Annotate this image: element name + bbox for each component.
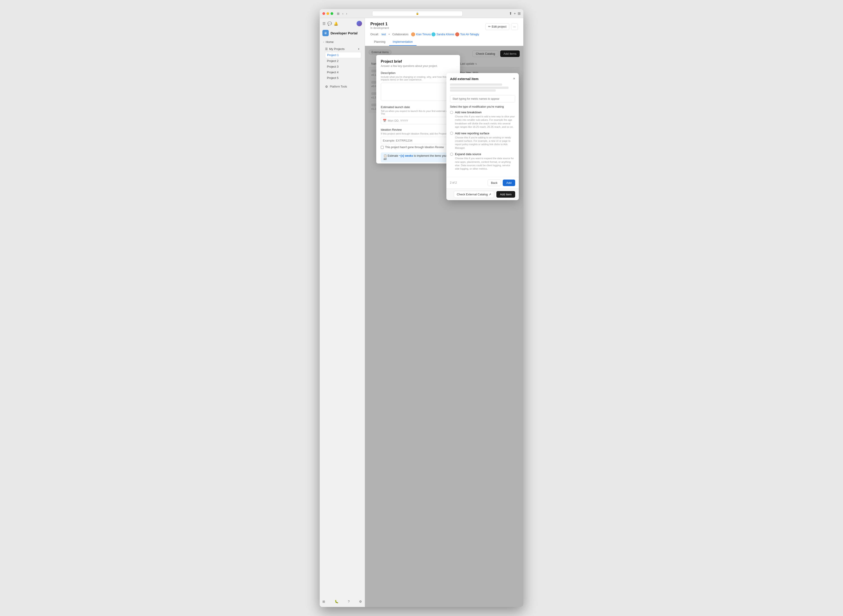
- menu-icon[interactable]: ☰: [322, 22, 326, 26]
- aem-blurred-1: [450, 84, 502, 86]
- collaborator-link-3[interactable]: Tosi Ali-Tahagty: [460, 33, 479, 36]
- chevron-down-icon: ▾: [358, 48, 359, 50]
- ideation-checkbox-label: This project hasn't gone through Ideatio…: [385, 146, 444, 149]
- close-window-button[interactable]: [322, 12, 325, 15]
- new-tab-button[interactable]: +: [514, 11, 516, 16]
- sidebar-item-project2[interactable]: Project 2: [325, 58, 361, 64]
- project-tabs: Planning Implementation: [370, 38, 518, 46]
- sidebar-item-project4[interactable]: Project 4: [325, 69, 361, 75]
- sidebar-section-projects: ☰ My Projects ▾ Project 1 Project 2 Proj…: [322, 45, 363, 82]
- radio-surface-header: Add new reporting surface: [450, 132, 515, 135]
- maximize-window-button[interactable]: [330, 12, 333, 15]
- aem-add-button[interactable]: Add: [503, 180, 515, 186]
- ideation-label: Ideation Review: [381, 128, 455, 131]
- sidebar-toggle[interactable]: ⊞: [337, 12, 339, 15]
- add-external-modal: Add external item × Select the type of m…: [446, 73, 519, 200]
- check-external-label: Check External Catalog: [457, 193, 488, 196]
- url-bar[interactable]: 🔒: [372, 11, 463, 16]
- aem-search-input[interactable]: [450, 95, 515, 103]
- tab-planning[interactable]: Planning: [370, 38, 389, 46]
- project-title-row: Project 1 In development ✏ Edit project …: [370, 22, 518, 31]
- sidebar-item-project1[interactable]: Project 1: [325, 52, 361, 58]
- aem-header: Add external item ×: [446, 73, 519, 84]
- edit-project-button[interactable]: ✏ Edit project: [485, 23, 509, 30]
- project-title: Project 1: [370, 22, 389, 26]
- sidebar-item-project5[interactable]: Project 5: [325, 75, 361, 81]
- project-header: Project 1 In development ✏ Edit project …: [365, 18, 523, 46]
- collaborator-avatar-2: [432, 32, 436, 37]
- project-brief-title: Project brief: [381, 59, 455, 63]
- chat-icon[interactable]: 💬: [328, 22, 332, 26]
- aem-title: Add external item: [450, 77, 479, 81]
- grid-button[interactable]: ⊞: [518, 11, 521, 16]
- option-expand-data-source: Expand data source Choose this if you wa…: [450, 153, 515, 171]
- aem-back-button[interactable]: Back: [488, 180, 501, 186]
- collaborator-link-1[interactable]: Kian Timura: [416, 33, 430, 36]
- collaborator-link-2[interactable]: Sandra Kilores: [436, 33, 454, 36]
- collaborators-label: Collaborators: [392, 33, 408, 36]
- modal-footer: Check External Catalog ↗ Add item: [446, 188, 519, 200]
- ideation-checkbox[interactable]: [381, 146, 384, 149]
- project-title-block: Project 1 In development: [370, 22, 389, 31]
- option-add-breakdown: Add new breakdown Choose this if you wan…: [450, 111, 515, 129]
- settings-icon[interactable]: ⚙: [359, 600, 362, 603]
- tab-implementation[interactable]: Implementation: [389, 38, 417, 46]
- aem-footer: 2 of 2 Back Add: [446, 177, 519, 188]
- sidebar-item-platform-tools[interactable]: ⚙ Platform Tools: [322, 84, 363, 90]
- project-brief-subtitle: Answer a few key questions about your pr…: [381, 65, 455, 67]
- radio-breakdown[interactable]: [450, 111, 453, 114]
- more-options-button[interactable]: ···: [511, 23, 518, 30]
- date-input[interactable]: 📅 Mon DD, YYYY: [381, 117, 455, 125]
- radio-surface[interactable]: [450, 132, 453, 135]
- project2-label: Project 2: [327, 59, 338, 63]
- radio-surface-desc: Choose this if you're adding to an exist…: [450, 136, 515, 150]
- calendar-icon: 📅: [383, 119, 386, 122]
- page-indicator: 2 of 2: [450, 181, 457, 184]
- table-icon[interactable]: ⊞: [322, 600, 325, 603]
- aem-type-label: Select the type of modification you're m…: [450, 105, 515, 108]
- app-window: ⊞ ‹ › 🔒 ⬆ + ⊞ ☰ 💬 🔔: [320, 9, 523, 607]
- bullet-separator: •: [389, 33, 389, 36]
- collaborator-avatar-1: [411, 32, 415, 37]
- radio-datasource[interactable]: [450, 153, 453, 156]
- check-external-catalog-button[interactable]: Check External Catalog ↗: [454, 191, 494, 198]
- radio-datasource-title: Expand data source: [455, 153, 481, 156]
- back-button[interactable]: ‹: [341, 11, 344, 16]
- radio-breakdown-title: Add new breakdown: [455, 111, 482, 114]
- list-icon: ☰: [325, 47, 328, 51]
- aem-body: Select the type of modification you're m…: [446, 84, 519, 177]
- header-actions: ✏ Edit project ···: [485, 23, 518, 30]
- add-item-button[interactable]: Add item: [496, 191, 515, 198]
- help-icon[interactable]: ?: [348, 600, 350, 603]
- project5-label: Project 5: [327, 76, 338, 79]
- ideation-checkbox-row: This project hasn't gone through Ideatio…: [381, 146, 455, 149]
- aem-close-button[interactable]: ×: [513, 77, 515, 81]
- sidebar-nav: • Home ☰ My Projects ▾ Project 1 Pro: [320, 39, 365, 90]
- bell-icon[interactable]: 🔔: [334, 22, 338, 26]
- ideation-input[interactable]: [381, 137, 455, 144]
- pencil-icon: ✏: [488, 25, 491, 28]
- minimize-window-button[interactable]: [326, 12, 329, 15]
- forward-button[interactable]: ›: [345, 11, 348, 16]
- brand-name: Developer Portal: [330, 31, 357, 35]
- sidebar-icons: ☰ 💬 🔔: [322, 22, 338, 26]
- sidebar-item-home[interactable]: • Home: [322, 39, 363, 45]
- sidebar-item-project3[interactable]: Project 3: [325, 64, 361, 69]
- ideation-section: Ideation Review If this project went thr…: [381, 128, 455, 149]
- user-avatar[interactable]: [357, 21, 362, 26]
- description-hint: Include what you're changing or creating…: [381, 76, 455, 81]
- my-projects-header[interactable]: ☰ My Projects ▾: [323, 46, 361, 52]
- launch-date-label: Estimated launch date: [381, 106, 455, 109]
- collaborator-avatar-3: [455, 32, 459, 37]
- share-button[interactable]: ⬆: [509, 11, 512, 16]
- sidebar-brand: 🖥 Developer Portal: [320, 29, 365, 39]
- nav-controls: ‹ ›: [341, 11, 348, 16]
- oncall-link[interactable]: test: [382, 33, 386, 36]
- platform-tools-label: Platform Tools: [330, 85, 347, 88]
- description-textarea[interactable]: [381, 83, 455, 101]
- bug-icon[interactable]: 🐛: [335, 600, 338, 603]
- project4-label: Project 4: [327, 70, 338, 74]
- external-link-icon: ↗: [489, 193, 491, 196]
- oncall-label: Oncall:: [370, 33, 379, 36]
- brand-icon: 🖥: [322, 30, 329, 36]
